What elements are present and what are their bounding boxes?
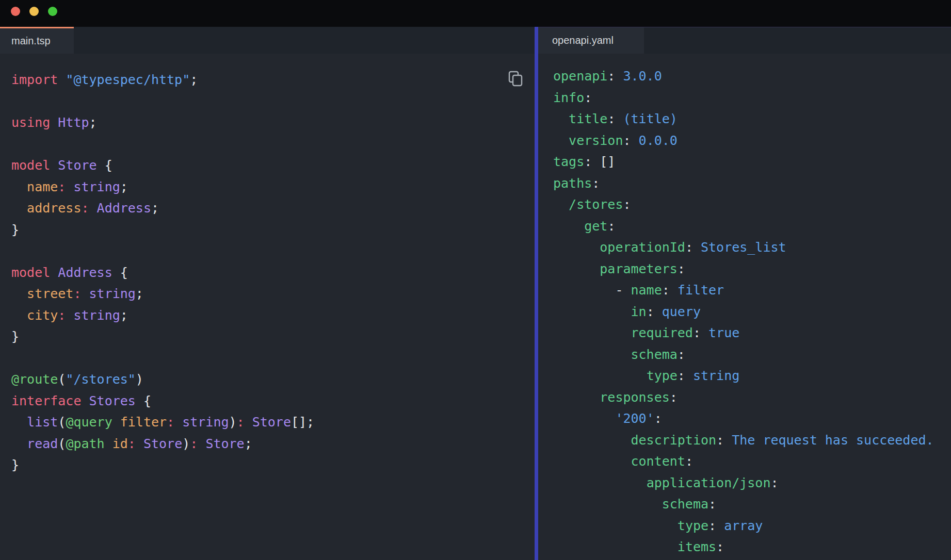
- code-line: city: string;: [11, 305, 535, 326]
- code-line: using Http;: [11, 112, 535, 134]
- code-line: [11, 91, 535, 112]
- tab-main-tsp[interactable]: main.tsp: [0, 27, 74, 54]
- openapi-output-pane: openapi.yaml openapi: 3.0.0info: title: …: [538, 27, 951, 560]
- code-line: type: string: [553, 365, 951, 387]
- code-line: }: [11, 326, 535, 348]
- code-line: name: string;: [11, 176, 535, 198]
- copy-button[interactable]: [506, 68, 525, 90]
- code-line: model Address {: [11, 262, 535, 284]
- code-line: schema:: [553, 493, 951, 515]
- code-line: parameters:: [553, 258, 951, 280]
- code-line: required: true: [553, 322, 951, 344]
- code-line: }: [11, 454, 535, 476]
- maximize-button[interactable]: [48, 7, 57, 16]
- code-line: info:: [553, 87, 951, 109]
- copy-icon: [508, 70, 523, 88]
- code-line: application/json:: [553, 472, 951, 494]
- right-tab-bar: openapi.yaml: [538, 27, 951, 54]
- code-line: interface Stores {: [11, 390, 535, 412]
- code-line: type: array: [553, 515, 951, 537]
- typespec-source-code[interactable]: import "@typespec/http"; using Http; mod…: [0, 54, 535, 476]
- code-line: responses:: [553, 387, 951, 408]
- tab-main-tsp-label: main.tsp: [11, 35, 51, 47]
- app-window: main.tsp import "@typespec/http"; using …: [0, 0, 951, 560]
- code-line: model Store {: [11, 155, 535, 176]
- code-line: [11, 240, 535, 262]
- code-line: }: [11, 219, 535, 241]
- left-tab-bar: main.tsp: [0, 27, 535, 54]
- minimize-button[interactable]: [29, 7, 39, 16]
- typespec-editor-pane: main.tsp import "@typespec/http"; using …: [0, 27, 535, 560]
- code-line: [11, 348, 535, 369]
- code-line: schema:: [553, 344, 951, 366]
- code-line: '200':: [553, 408, 951, 430]
- code-line: items:: [553, 536, 951, 558]
- traffic-lights: [11, 7, 57, 16]
- code-line: paths:: [553, 173, 951, 194]
- code-line: - name: filter: [553, 279, 951, 301]
- openapi-yaml-output: openapi: 3.0.0info: title: (title) versi…: [538, 54, 951, 558]
- code-line: openapi: 3.0.0: [553, 65, 951, 87]
- code-line: content:: [553, 451, 951, 472]
- pane-splitter[interactable]: [535, 27, 538, 560]
- code-line: title: (title): [553, 108, 951, 130]
- code-line: street: string;: [11, 283, 535, 305]
- close-button[interactable]: [11, 7, 20, 16]
- code-line: [11, 134, 535, 155]
- code-line: operationId: Stores_list: [553, 237, 951, 258]
- code-line: address: Address;: [11, 197, 535, 219]
- code-line: tags: []: [553, 151, 951, 173]
- code-line: read(@path id: Store): Store;: [11, 433, 535, 455]
- code-line: description: The request has succeeded.: [553, 430, 951, 451]
- code-line: in: query: [553, 301, 951, 323]
- code-line: import "@typespec/http";: [11, 69, 535, 91]
- window-titlebar: [0, 0, 951, 27]
- code-line: get:: [553, 216, 951, 237]
- code-line: list(@query filter: string): Store[];: [11, 411, 535, 433]
- code-line: @route("/stores"): [11, 369, 535, 390]
- tab-openapi-yaml-label: openapi.yaml: [552, 35, 614, 46]
- code-line: /stores:: [553, 194, 951, 216]
- code-line: version: 0.0.0: [553, 130, 951, 152]
- tab-openapi-yaml[interactable]: openapi.yaml: [538, 27, 644, 54]
